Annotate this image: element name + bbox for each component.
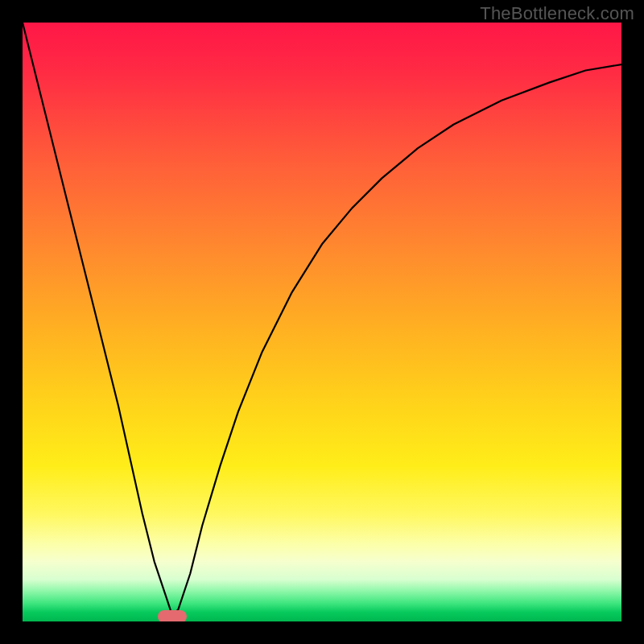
- chart-frame: TheBottleneck.com: [0, 0, 644, 644]
- bottleneck-curve: [23, 23, 621, 621]
- optimal-point-marker: [158, 610, 187, 621]
- plot-area: [23, 23, 621, 621]
- attribution-watermark: TheBottleneck.com: [480, 3, 634, 24]
